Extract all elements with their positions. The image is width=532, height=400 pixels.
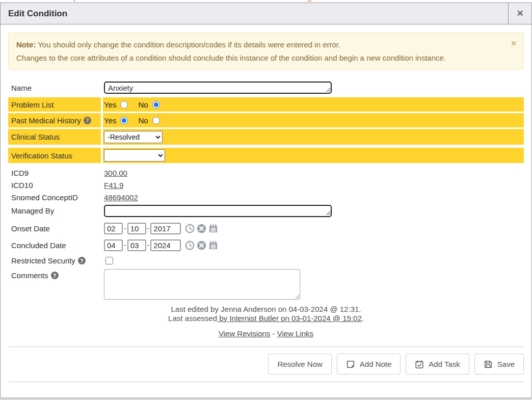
snomed-row: Snomed ConceptID 48694002 xyxy=(8,191,524,203)
name-label: Name xyxy=(8,79,101,96)
concluded-date-row: Concluded Date -- xyxy=(8,237,524,253)
name-input[interactable] xyxy=(104,82,332,94)
note-prefix: Note: xyxy=(16,40,36,49)
icd9-row: ICD9 300.00 xyxy=(8,167,524,179)
view-revisions-link[interactable]: View Revisions xyxy=(219,329,270,338)
pmh-no-label: No xyxy=(138,116,148,125)
icd10-row: ICD10 F41.9 xyxy=(8,179,524,191)
pmh-yes-radio[interactable] xyxy=(120,117,128,124)
verification-status-row: Verification Status xyxy=(8,148,524,163)
problem-list-row: Problem List Yes No xyxy=(8,97,524,112)
close-icon[interactable]: ✕ xyxy=(508,3,531,24)
problem-list-label: Problem List xyxy=(8,97,101,112)
add-note-label: Add Note xyxy=(360,360,392,368)
clock-icon[interactable] xyxy=(185,224,195,233)
condition-form: Name Problem List Yes No xyxy=(8,79,524,338)
last-assessed-prefix: Last assessed xyxy=(168,314,217,323)
date-dash: - xyxy=(124,224,126,232)
clear-date-icon[interactable] xyxy=(197,224,206,233)
view-links-link[interactable]: View Links xyxy=(277,329,313,338)
last-assessed-suffix: . xyxy=(362,314,364,323)
icd10-label: ICD10 xyxy=(8,179,101,191)
pmh-no-radio[interactable] xyxy=(152,117,160,124)
last-assessed-text: Last assessed by Internist Butler on 03-… xyxy=(8,314,524,323)
background-nav-text: Tasks 4 Open Enc 1 Due List 10 Over Ref … xyxy=(0,0,532,2)
pmh-yes-label: Yes xyxy=(104,116,116,125)
past-medical-history-row: Past Medical History ? Yes No xyxy=(8,113,524,127)
concluded-year-input[interactable] xyxy=(150,239,181,251)
last-assessed-link[interactable]: by Internist Butler on 03-01-2024 @ 15:0… xyxy=(217,314,362,323)
task-calendar-icon xyxy=(415,360,424,369)
save-button[interactable]: Save xyxy=(474,354,524,375)
managed-by-row: Managed By xyxy=(8,203,524,218)
help-icon[interactable]: ? xyxy=(84,117,91,124)
audit-info: Last edited by Jenna Anderson on 04-03-2… xyxy=(8,305,524,338)
clinical-status-row: Clinical Status -Resolved xyxy=(8,129,524,145)
icd10-code-link[interactable]: F41.9 xyxy=(104,181,123,190)
restricted-security-row: Restricted Security ? xyxy=(8,254,524,267)
background-bottom-strip xyxy=(0,397,532,400)
clinical-status-label: Clinical Status xyxy=(8,129,101,145)
clock-icon[interactable] xyxy=(185,241,195,250)
name-row: Name xyxy=(8,79,524,96)
note-close-icon[interactable]: ✕ xyxy=(511,38,517,50)
clear-date-icon[interactable] xyxy=(197,241,206,250)
problem-list-no-radio[interactable] xyxy=(152,101,160,109)
snomed-code-link[interactable]: 48694002 xyxy=(104,193,138,202)
add-note-button[interactable]: Add Note xyxy=(337,354,401,375)
bottom-divider xyxy=(8,382,524,382)
snomed-label: Snomed ConceptID xyxy=(8,191,101,203)
managed-by-label: Managed By xyxy=(8,203,101,218)
last-edited-text: Last edited by Jenna Anderson on 04-03-2… xyxy=(8,305,524,314)
help-icon[interactable]: ? xyxy=(51,272,59,279)
links-separator: - xyxy=(270,329,277,338)
note-line-2: Changes to the core attributes of a cond… xyxy=(16,51,516,65)
clinical-status-select[interactable]: -Resolved xyxy=(104,131,163,143)
restricted-security-checkbox[interactable] xyxy=(105,257,113,264)
view-links-line: View Revisions - View Links xyxy=(8,329,524,338)
problem-list-yes-label: Yes xyxy=(104,100,116,109)
onset-day-input[interactable] xyxy=(127,223,146,234)
comments-textarea[interactable] xyxy=(104,269,300,300)
resolve-now-label: Resolve Now xyxy=(277,360,322,368)
dialog-title: Edit Condition xyxy=(1,9,67,19)
onset-date-row: Onset Date -- xyxy=(8,221,524,236)
concluded-month-input[interactable] xyxy=(104,239,123,251)
note-line-1: Note: You should only change the conditi… xyxy=(16,38,516,51)
restricted-security-label: Restricted Security xyxy=(11,256,75,265)
comments-row: Comments ? xyxy=(8,269,524,300)
onset-year-input[interactable] xyxy=(150,223,181,234)
concluded-date-label: Concluded Date xyxy=(8,237,101,253)
warning-note-banner: Note: You should only change the conditi… xyxy=(8,33,524,70)
save-label: Save xyxy=(497,360,515,368)
problem-list-no-label: No xyxy=(138,100,148,109)
note-icon xyxy=(346,360,355,369)
icd9-label: ICD9 xyxy=(8,167,101,179)
verification-status-select[interactable] xyxy=(104,149,165,162)
icd9-code-link[interactable]: 300.00 xyxy=(104,169,127,177)
onset-month-input[interactable] xyxy=(104,223,123,234)
date-dash: - xyxy=(124,241,126,249)
past-medical-history-label: Past Medical History xyxy=(11,116,81,125)
verification-status-label: Verification Status xyxy=(8,148,101,163)
onset-date-label: Onset Date xyxy=(8,221,101,236)
date-dash: - xyxy=(147,224,150,232)
comments-label: Comments xyxy=(11,271,48,280)
date-dash: - xyxy=(147,241,150,249)
concluded-day-input[interactable] xyxy=(127,239,146,251)
dialog-footer: Resolve Now Add Note Add Task Save xyxy=(1,347,531,375)
add-task-label: Add Task xyxy=(429,360,460,368)
edit-condition-dialog: Edit Condition ✕ Note: You should only c… xyxy=(0,3,532,398)
calendar-icon[interactable] xyxy=(208,224,218,233)
calendar-icon[interactable] xyxy=(208,241,218,250)
managed-by-input[interactable] xyxy=(104,205,332,217)
help-icon[interactable]: ? xyxy=(78,257,86,264)
dialog-header: Edit Condition ✕ xyxy=(1,3,531,24)
problem-list-yes-radio[interactable] xyxy=(120,101,128,109)
save-icon xyxy=(484,360,493,369)
note-text-1: You should only change the condition des… xyxy=(36,40,340,49)
resolve-now-button[interactable]: Resolve Now xyxy=(268,354,331,375)
add-task-button[interactable]: Add Task xyxy=(406,354,469,375)
